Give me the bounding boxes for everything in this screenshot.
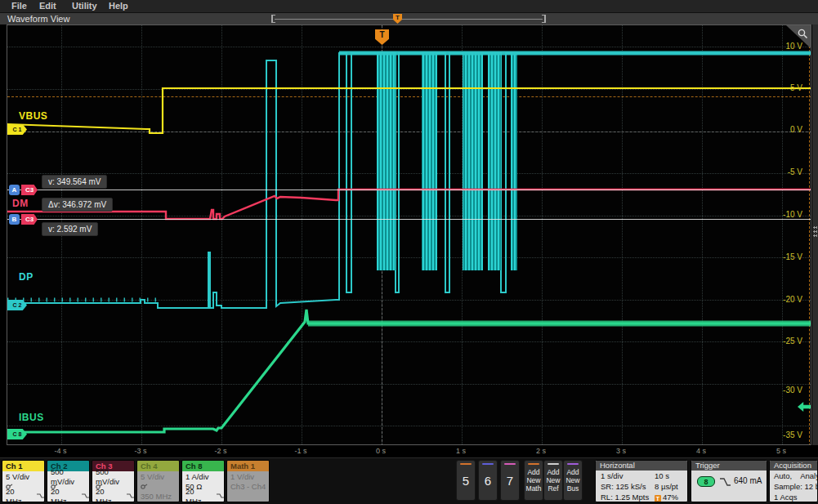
x-axis-label: 2 s	[536, 447, 546, 455]
button-number: 5	[457, 474, 475, 488]
horizontal-value: 8 µs/pt	[655, 482, 678, 491]
trigger-level-value: 640 mA	[734, 476, 762, 485]
channel-button-7[interactable]: 7	[500, 460, 520, 501]
y-axis-label: -25 V	[783, 337, 802, 346]
channel-badge-header: Ch 1	[2, 461, 44, 471]
channel-bandwidth: 20 MHz	[6, 492, 44, 502]
channel-badge-ch4[interactable]: Ch 45 V/div350 MHz	[136, 460, 180, 502]
button-label: Add New Bus	[564, 468, 582, 493]
bandwidth-limit-icon	[82, 493, 89, 499]
menu-item-utility[interactable]: Utility	[72, 1, 97, 11]
channel-badge-ch2[interactable]: Ch 2500 mV/div20 MHz	[47, 460, 90, 502]
bandwidth-limit-icon	[37, 493, 44, 499]
channel-badge-ch8[interactable]: Ch 81 A/div50 Ω20 MHz	[181, 460, 225, 502]
x-axis-label: 3 s	[616, 447, 626, 455]
acquisition-value: Sample: 12 bit	[774, 482, 818, 491]
channel-scale: 500 mV/div	[51, 472, 89, 482]
button-number: 7	[501, 474, 519, 488]
channel-scale: 5 V/div	[6, 472, 44, 482]
horizontal-value: 10 s	[655, 471, 669, 480]
button-label: Add New Math	[525, 468, 543, 493]
waveforms-svg	[7, 25, 811, 445]
channel-mid-row	[141, 482, 179, 492]
y-axis-label: -20 V	[783, 295, 802, 304]
tab-strip: Waveform View T	[0, 13, 818, 25]
add-new-ref-button[interactable]: Add New Ref	[543, 460, 563, 501]
cursor-a-readout: v: 349.564 mV	[42, 175, 107, 189]
bandwidth-limit-icon	[127, 493, 134, 499]
channel-badge-math1[interactable]: Math 11 V/divCh3 - Ch4	[226, 460, 270, 502]
button-label: Add New Ref	[544, 468, 562, 493]
channel-button-5[interactable]: 5	[456, 460, 476, 501]
trigger-source-badge: 8	[697, 476, 715, 487]
channel-bandwidth: 20 MHz	[96, 492, 134, 502]
x-axis-label: 5 s	[776, 447, 786, 455]
record-view-bar[interactable]: T	[271, 15, 546, 23]
channel-mid-row: Ch3 - Ch4	[230, 482, 269, 492]
menu-item-file[interactable]: File	[11, 1, 27, 11]
oscilloscope-screen: FileEditUtilityHelp Waveform View T	[0, 0, 818, 504]
button-color-stripe	[567, 463, 579, 465]
channel-badge-body: 5 V/div350 MHz	[137, 471, 179, 502]
waveform-plot[interactable]: VBUS DM DP IBUS C 1 C 2 C 8 A C3 B C3 v:…	[7, 25, 811, 445]
y-axis-label: -5 V	[788, 167, 802, 176]
label-ibus: IBUS	[19, 412, 44, 423]
x-axis-label: -4 s	[54, 447, 66, 455]
cursor-a-badge[interactable]: A	[9, 185, 20, 195]
channel-badge-body: 5 V/div20 MHz	[2, 471, 44, 502]
button-number: 6	[479, 474, 497, 488]
channel-badge-body: 1 A/div50 Ω20 MHz	[182, 471, 224, 502]
cursor-b-badge[interactable]: B	[9, 214, 20, 225]
menu-bar: FileEditUtilityHelp	[0, 0, 818, 13]
channel-badge-ch3[interactable]: Ch 3500 mV/div20 MHz	[92, 460, 135, 502]
channel-bandwidth: 20 MHz	[186, 492, 224, 502]
channel-bandwidth	[230, 492, 269, 502]
trigger-position-icon: T	[655, 495, 661, 502]
channel-badge-body: 500 mV/div20 MHz	[47, 471, 89, 502]
label-vbus: VBUS	[19, 110, 47, 122]
trigger-panel[interactable]: Trigger 8 640 mA	[691, 460, 767, 502]
x-axis-label: 0 s	[376, 447, 386, 455]
x-axis-label: -1 s	[294, 447, 306, 455]
y-axis-label: -10 V	[783, 210, 802, 219]
falling-edge-icon	[719, 476, 731, 487]
channel-badge-ch1[interactable]: Ch 15 V/div20 MHz	[2, 460, 45, 502]
acquisition-panel[interactable]: Acquisition Auto, AnalySample: 12 bit1 A…	[769, 460, 818, 502]
y-axis-label: 5 V	[790, 83, 802, 92]
button-color-stripe	[548, 463, 559, 465]
channel-bandwidth: 350 MHz	[141, 492, 179, 502]
channel-badge-header: Ch 8	[182, 461, 224, 471]
record-view-line	[275, 19, 543, 20]
horizontal-value: SR: 125 kS/s	[601, 482, 646, 491]
menu-item-help[interactable]: Help	[109, 1, 128, 11]
horizontal-panel[interactable]: Horizontal 1 s/div10 sSR: 125 kS/s8 µs/p…	[595, 460, 688, 502]
add-new-math-button[interactable]: Add New Math	[524, 460, 543, 501]
drag-grip-icon[interactable]	[813, 225, 817, 239]
menu-item-edit[interactable]: Edit	[39, 1, 56, 11]
acquisition-panel-title: Acquisition	[770, 461, 817, 471]
horizontal-value: 1 s/div	[601, 471, 623, 480]
add-new-bus-button[interactable]: Add New Bus	[563, 460, 583, 501]
label-dm: DM	[12, 198, 29, 209]
record-trigger-marker[interactable]: T	[393, 14, 402, 24]
label-dp: DP	[19, 271, 34, 283]
settings-bar: Ch 15 V/div20 MHzCh 2500 mV/div20 MHzCh …	[0, 457, 818, 504]
cursor-b-line[interactable]	[7, 219, 811, 220]
channel-scale: 500 mV/div	[96, 472, 134, 482]
y-axis-label: -35 V	[783, 430, 802, 439]
x-axis-label: -2 s	[214, 447, 226, 455]
right-edge-strip	[812, 25, 818, 445]
channel-badge-header: Math 1	[227, 461, 269, 471]
x-axis-label: -3 s	[134, 447, 146, 455]
channel-button-6[interactable]: 6	[478, 460, 498, 501]
channel-scale: 5 V/div	[141, 472, 179, 482]
probe-icon	[141, 484, 148, 490]
tab-waveform-view[interactable]: Waveform View	[7, 14, 69, 24]
cursor-a-line[interactable]	[7, 190, 811, 190]
bandwidth-limit-icon	[217, 493, 224, 499]
channel-bandwidth: 20 MHz	[51, 492, 89, 502]
button-color-stripe	[460, 463, 472, 465]
channel-scale: 1 V/div	[230, 472, 269, 482]
channel-badge-body: 500 mV/div20 MHz	[92, 471, 134, 502]
y-axis-label: -15 V	[783, 252, 802, 261]
